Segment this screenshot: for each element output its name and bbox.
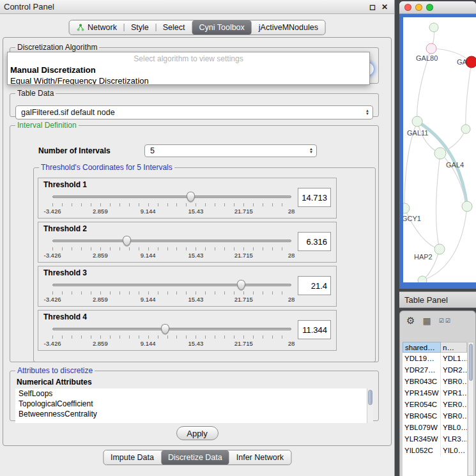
attribute-item[interactable]: SelfLoops — [15, 388, 365, 399]
table-row[interactable]: YBR043CYBR0… — [403, 376, 467, 387]
table-cell[interactable]: YDR27… — [403, 364, 441, 376]
zoom-button[interactable] — [426, 4, 433, 11]
threshold-2-slider[interactable]: -3.4262.8599.14415.4321.71528 — [52, 235, 291, 262]
slider-scale-label: -3.426 — [44, 296, 61, 303]
slider-track[interactable] — [52, 328, 291, 330]
slider-thumb[interactable] — [123, 236, 131, 246]
select-columns-icon[interactable]: ☑☑ — [439, 318, 452, 324]
network-node[interactable] — [462, 201, 472, 211]
network-node[interactable] — [403, 203, 410, 213]
slider-track[interactable] — [52, 196, 291, 198]
table-row[interactable]: YBL079WYBL0… — [403, 422, 467, 433]
table-cell[interactable]: YER0… — [441, 399, 467, 410]
table-cell[interactable]: YBR0… — [441, 376, 467, 387]
tab-impute-data[interactable]: Impute Data — [104, 450, 161, 464]
apply-button[interactable]: Apply — [176, 426, 219, 440]
slider-thumb[interactable] — [161, 324, 169, 334]
tab-label: Discretize Data — [168, 453, 222, 462]
menu-item-equal-width-frequency[interactable]: Equal Width/Frequency Discretization — [8, 75, 369, 85]
network-node[interactable] — [434, 244, 445, 254]
float-window-icon[interactable]: ◻ — [369, 3, 376, 11]
threshold-4-value-field[interactable]: 11.344 — [298, 320, 331, 339]
table-row[interactable]: YIL052CYIL0… — [403, 445, 467, 456]
slider-thumb[interactable] — [237, 280, 245, 290]
network-node[interactable] — [466, 56, 476, 68]
settings-icon[interactable]: ⚙ — [406, 315, 415, 326]
table-row[interactable]: YLR345WYLR3… — [403, 433, 467, 445]
network-node[interactable] — [434, 148, 446, 159]
threshold-1-slider[interactable]: -3.4262.8599.14415.4321.71528 — [52, 191, 291, 218]
network-canvas[interactable]: GAL80GAGAL11GAL4GCY1HAP2 — [403, 17, 476, 282]
table-row[interactable]: YPR145WYPR1… — [403, 387, 467, 399]
table-cell[interactable]: YLR3… — [441, 433, 467, 445]
table-row[interactable]: YDR27…YDR2… — [403, 364, 467, 376]
list-scrollbar[interactable] — [367, 388, 373, 423]
spinner-down-icon[interactable]: ▼ — [365, 112, 369, 116]
tab-discretize-data[interactable]: Discretize Data — [161, 450, 229, 464]
table-cell[interactable]: YIL0… — [441, 445, 467, 456]
table-cell[interactable]: YER054C — [403, 399, 441, 410]
table-row[interactable]: YBR045CYBR0… — [403, 410, 467, 422]
threshold-3-slider[interactable]: -3.4262.8599.14415.4321.71528 — [52, 279, 291, 306]
tab-network[interactable]: Network — [69, 20, 124, 35]
combo-spinner-icon[interactable]: ▲ ▼ — [365, 109, 369, 116]
column-header-shared-name[interactable]: shared… — [403, 342, 441, 353]
threshold-4-slider[interactable]: -3.4262.8599.14415.4321.71528 — [52, 323, 291, 350]
table-header-row: shared… n… — [403, 342, 467, 353]
table-cell[interactable]: YBL079W — [403, 422, 441, 433]
threshold-1-box: Threshold 1 -3.4262.8599.14415.4321.7152… — [38, 178, 337, 219]
table-cell[interactable]: YBR045C — [403, 410, 441, 422]
table-cell[interactable]: YPR1… — [441, 387, 467, 399]
table-cell[interactable]: YBR0… — [441, 410, 467, 422]
table-row[interactable]: YDL19…YDL1… — [403, 353, 467, 364]
table-cell[interactable]: YIL052C — [403, 445, 441, 456]
tab-jactivemnodules[interactable]: jActiveMNodules — [252, 20, 325, 35]
table-cell[interactable]: YLR345W — [403, 433, 441, 445]
table-cell[interactable]: YDL19… — [403, 353, 441, 364]
attribute-item[interactable]: BetweennessCentrality — [15, 409, 365, 419]
tab-infer-network[interactable]: Infer Network — [229, 450, 291, 464]
network-node[interactable] — [429, 23, 438, 32]
menu-item-manual-discretization[interactable]: Manual Discretization — [8, 65, 369, 75]
slider-thumb[interactable] — [187, 192, 195, 202]
columns-icon[interactable]: ▦ — [422, 316, 431, 326]
number-of-intervals-combo[interactable]: 5 ▲ ▼ — [144, 144, 317, 157]
threshold-1-value-field[interactable]: 14.713 — [298, 188, 331, 207]
spinner-down-icon[interactable]: ▼ — [309, 151, 313, 154]
table-scrollbar[interactable] — [468, 342, 474, 476]
tab-style[interactable]: Style — [124, 20, 156, 35]
table-cell[interactable]: YDR2… — [441, 364, 467, 376]
threshold-3-value-field[interactable]: 21.4 — [298, 276, 331, 295]
scrollbar-thumb[interactable] — [469, 344, 473, 381]
slider-track[interactable] — [52, 284, 291, 286]
attributes-to-discretize-group: Attributes to discretize Numerical Attri… — [10, 366, 379, 421]
numerical-attributes-list[interactable]: SelfLoopsTopologicalCoefficientBetweenne… — [15, 388, 373, 423]
slider-track[interactable] — [52, 240, 291, 242]
table-data-group: Table Data galFiltered.sif default node … — [10, 89, 379, 117]
table-cell[interactable]: YDL1… — [441, 353, 467, 364]
combo-spinner-icon[interactable]: ▲ ▼ — [309, 148, 313, 154]
network-node[interactable] — [426, 43, 436, 54]
scrollbar-thumb[interactable] — [368, 390, 372, 405]
algorithm-dropdown-menu: Select algorithm to view settings Manual… — [7, 52, 370, 85]
tab-select[interactable]: Select — [156, 20, 192, 35]
minimize-button[interactable] — [415, 4, 422, 11]
table-cell[interactable]: YPR145W — [403, 387, 441, 399]
attribute-item[interactable]: TopologicalCoefficient — [15, 399, 365, 409]
column-header-name[interactable]: n… — [441, 342, 467, 353]
slider-scale: -3.4262.8599.14415.4321.71528 — [52, 340, 291, 348]
tab-label: Impute Data — [111, 453, 154, 462]
panel-title: Control Panel — [4, 2, 54, 12]
table-cell[interactable]: YBL0… — [441, 422, 467, 433]
slider-scale-label: 9.144 — [141, 252, 156, 259]
close-icon[interactable]: ✕ — [381, 3, 388, 11]
network-node[interactable] — [418, 276, 427, 282]
table-cell[interactable]: YBR043C — [403, 376, 441, 387]
tab-cyni-toolbox[interactable]: Cyni Toolbox — [192, 20, 251, 35]
network-node[interactable] — [461, 125, 470, 134]
table-data-combo[interactable]: galFiltered.sif default node ▲ ▼ — [15, 105, 373, 119]
table-row[interactable]: YER054CYER0… — [403, 399, 467, 410]
network-node[interactable] — [412, 116, 422, 127]
close-button[interactable] — [404, 4, 411, 11]
threshold-2-value-field[interactable]: 6.316 — [298, 232, 331, 251]
